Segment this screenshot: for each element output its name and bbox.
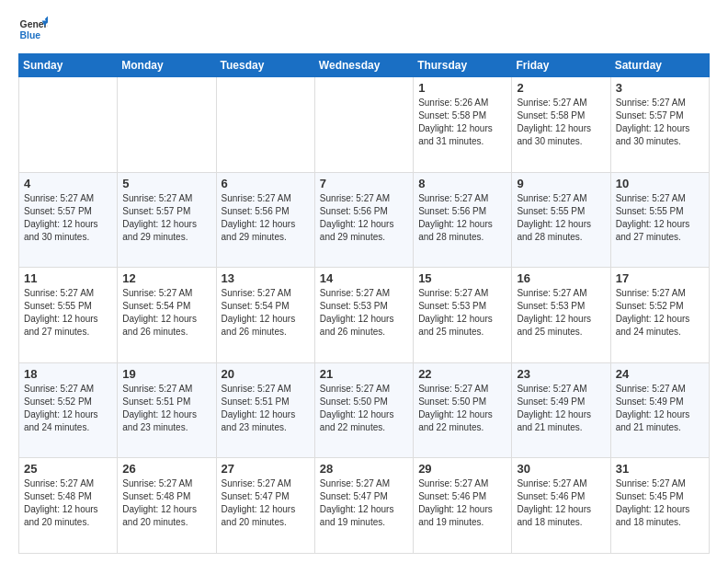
- cell-text-line: Sunrise: 5:27 AM: [320, 287, 408, 300]
- calendar-cell: 7Sunrise: 5:27 AMSunset: 5:56 PMDaylight…: [314, 172, 413, 268]
- cell-text-line: and 30 minutes.: [616, 135, 704, 148]
- cell-text-line: Sunset: 5:58 PM: [517, 109, 605, 122]
- cell-text-line: Sunrise: 5:27 AM: [616, 477, 704, 490]
- cell-text-line: Daylight: 12 hours: [320, 218, 408, 231]
- calendar-cell: 3Sunrise: 5:27 AMSunset: 5:57 PMDaylight…: [610, 77, 709, 173]
- day-number: 30: [517, 462, 605, 476]
- cell-text-line: Sunset: 5:56 PM: [222, 205, 310, 218]
- cell-text-line: Daylight: 12 hours: [418, 313, 506, 326]
- calendar-cell: 31Sunrise: 5:27 AMSunset: 5:45 PMDayligh…: [610, 458, 709, 554]
- cell-text-line: Sunrise: 5:27 AM: [122, 287, 210, 300]
- cell-text-line: Daylight: 12 hours: [222, 313, 310, 326]
- cell-text-line: Sunrise: 5:27 AM: [24, 192, 112, 205]
- cell-text-line: Sunrise: 5:27 AM: [24, 477, 112, 490]
- cell-text-line: Sunset: 5:55 PM: [517, 205, 605, 218]
- cell-text-line: and 25 minutes.: [418, 326, 506, 339]
- calendar-cell: 18Sunrise: 5:27 AMSunset: 5:52 PMDayligh…: [19, 362, 118, 458]
- cell-text-line: Daylight: 12 hours: [418, 122, 506, 135]
- cell-text-line: and 20 minutes.: [122, 516, 210, 529]
- cell-text-line: and 19 minutes.: [418, 516, 506, 529]
- day-number: 16: [517, 271, 605, 285]
- cell-text-line: and 28 minutes.: [517, 231, 605, 244]
- day-number: 14: [320, 271, 408, 285]
- cell-text-line: Sunrise: 5:27 AM: [616, 287, 704, 300]
- calendar-cell: 24Sunrise: 5:27 AMSunset: 5:49 PMDayligh…: [610, 362, 709, 458]
- cell-text-line: Daylight: 12 hours: [517, 503, 605, 516]
- day-number: 29: [418, 462, 506, 476]
- cell-text-line: Sunrise: 5:27 AM: [320, 383, 408, 396]
- day-number: 19: [122, 367, 210, 381]
- cell-text-line: and 20 minutes.: [24, 516, 112, 529]
- cell-text-line: Sunset: 5:47 PM: [320, 490, 408, 503]
- cell-text-line: Daylight: 12 hours: [122, 218, 210, 231]
- calendar-cell: 10Sunrise: 5:27 AMSunset: 5:55 PMDayligh…: [610, 172, 709, 268]
- cell-text-line: Sunrise: 5:27 AM: [24, 287, 112, 300]
- calendar-week-row: 25Sunrise: 5:27 AMSunset: 5:48 PMDayligh…: [19, 458, 710, 554]
- day-number: 5: [122, 177, 210, 190]
- cell-text-line: Sunset: 5:49 PM: [517, 396, 605, 408]
- cell-text-line: Daylight: 12 hours: [222, 408, 310, 421]
- cell-text-line: and 22 minutes.: [418, 421, 506, 434]
- day-number: 8: [418, 177, 506, 190]
- cell-text-line: and 31 minutes.: [418, 135, 506, 148]
- cell-text-line: Daylight: 12 hours: [24, 218, 112, 231]
- calendar-cell: 1Sunrise: 5:26 AMSunset: 5:58 PMDaylight…: [414, 77, 512, 173]
- cell-text-line: Daylight: 12 hours: [320, 408, 408, 421]
- cell-text-line: Sunset: 5:57 PM: [122, 205, 210, 218]
- cell-text-line: Daylight: 12 hours: [222, 218, 310, 231]
- cell-text-line: and 23 minutes.: [222, 421, 310, 434]
- cell-text-line: Sunrise: 5:27 AM: [222, 477, 310, 490]
- page-header: General Blue: [18, 15, 710, 44]
- cell-text-line: Sunrise: 5:27 AM: [616, 383, 704, 396]
- cell-text-line: and 23 minutes.: [122, 421, 210, 434]
- cell-text-line: and 26 minutes.: [320, 326, 408, 339]
- cell-text-line: and 24 minutes.: [24, 421, 112, 434]
- cell-text-line: Sunrise: 5:27 AM: [122, 192, 210, 205]
- cell-text-line: Sunrise: 5:27 AM: [517, 287, 605, 300]
- cell-text-line: and 24 minutes.: [616, 326, 704, 339]
- cell-text-line: Sunrise: 5:27 AM: [320, 192, 408, 205]
- cell-text-line: Daylight: 12 hours: [24, 503, 112, 516]
- calendar-cell: 11Sunrise: 5:27 AMSunset: 5:55 PMDayligh…: [19, 268, 118, 363]
- day-number: 12: [122, 271, 210, 285]
- day-number: 18: [24, 367, 112, 381]
- day-number: 22: [418, 367, 506, 381]
- day-number: 2: [517, 81, 605, 95]
- cell-text-line: Sunset: 5:53 PM: [418, 300, 506, 313]
- day-number: 24: [616, 367, 704, 381]
- cell-text-line: and 25 minutes.: [517, 326, 605, 339]
- cell-text-line: Sunset: 5:46 PM: [418, 490, 506, 503]
- cell-text-line: Sunrise: 5:27 AM: [222, 192, 310, 205]
- day-number: 27: [222, 462, 310, 476]
- logo: General Blue: [18, 15, 48, 44]
- calendar-cell: 5Sunrise: 5:27 AMSunset: 5:57 PMDaylight…: [118, 172, 216, 268]
- calendar-week-row: 4Sunrise: 5:27 AMSunset: 5:57 PMDaylight…: [19, 172, 710, 268]
- cell-text-line: Daylight: 12 hours: [418, 408, 506, 421]
- day-number: 28: [320, 462, 408, 476]
- cell-text-line: and 20 minutes.: [222, 516, 310, 529]
- cell-text-line: Sunset: 5:47 PM: [222, 490, 310, 503]
- cell-text-line: Sunset: 5:58 PM: [418, 109, 506, 122]
- cell-text-line: Sunset: 5:50 PM: [418, 396, 506, 408]
- calendar-day-header: Monday: [118, 54, 216, 77]
- cell-text-line: Sunset: 5:55 PM: [616, 205, 704, 218]
- day-number: 13: [222, 271, 310, 285]
- cell-text-line: Sunset: 5:51 PM: [222, 396, 310, 408]
- day-number: 10: [616, 177, 704, 190]
- cell-text-line: Sunrise: 5:27 AM: [122, 477, 210, 490]
- cell-text-line: Daylight: 12 hours: [320, 313, 408, 326]
- cell-text-line: Sunset: 5:46 PM: [517, 490, 605, 503]
- cell-text-line: Sunset: 5:53 PM: [517, 300, 605, 313]
- calendar-cell: [118, 77, 216, 173]
- cell-text-line: Sunrise: 5:27 AM: [24, 383, 112, 396]
- cell-text-line: Sunset: 5:54 PM: [222, 300, 310, 313]
- calendar-cell: [19, 77, 118, 173]
- day-number: 17: [616, 271, 704, 285]
- cell-text-line: Sunset: 5:52 PM: [616, 300, 704, 313]
- cell-text-line: and 18 minutes.: [616, 516, 704, 529]
- cell-text-line: Sunset: 5:48 PM: [24, 490, 112, 503]
- calendar-cell: [216, 77, 314, 173]
- cell-text-line: and 26 minutes.: [222, 326, 310, 339]
- cell-text-line: and 18 minutes.: [517, 516, 605, 529]
- cell-text-line: Daylight: 12 hours: [320, 503, 408, 516]
